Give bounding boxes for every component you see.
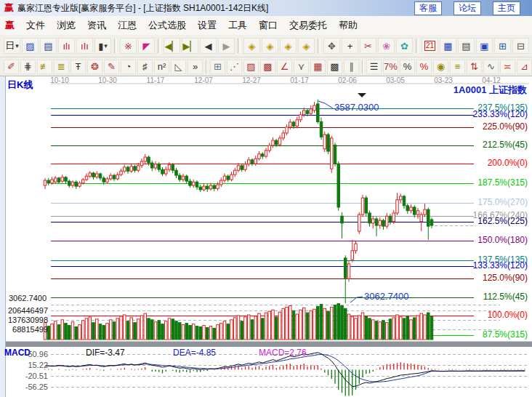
angle-j-icon[interactable]: ⊿ bbox=[517, 60, 532, 74]
draw-arrow-icon[interactable]: ✐ bbox=[4, 60, 19, 74]
comb-icon[interactable]: ♯ bbox=[137, 60, 153, 74]
zoom-right-icon-glyph: ◈ bbox=[267, 41, 274, 52]
pattern-icon[interactable]: ✿ bbox=[396, 38, 413, 54]
notebook-icon[interactable]: ▤ bbox=[458, 38, 475, 54]
menu-item-browse[interactable]: 浏览 bbox=[51, 17, 81, 34]
f-ruler-icon[interactable]: Ŧ bbox=[70, 60, 86, 74]
left-price-label: 3062.7400 bbox=[0, 294, 47, 302]
grid-red-icon[interactable]: ▦ bbox=[310, 60, 326, 74]
gold-circle-icon[interactable]: ◉ bbox=[433, 60, 448, 74]
angle-ruler-icon-glyph: ◺ bbox=[175, 61, 182, 72]
fan-angle-icon-glyph: ∠ bbox=[281, 61, 289, 72]
menu-item-tools[interactable]: 工具 bbox=[222, 17, 253, 34]
calendar-21-icon[interactable]: 21 bbox=[422, 38, 438, 54]
wave-ruler-icon[interactable]: ∿ bbox=[483, 60, 499, 74]
cut-tool-icon-glyph: ✂ bbox=[364, 41, 372, 52]
calendar-21-icon-glyph: 21 bbox=[424, 41, 435, 51]
go-last-icon[interactable]: ▶▏ bbox=[182, 38, 198, 54]
scale-list-icon[interactable]: ☰ bbox=[366, 60, 382, 74]
menu-items: 文件浏览资讯江恩公式选股设置工具窗口交易委托帮助 bbox=[20, 17, 363, 34]
date-tick: 04-12 bbox=[475, 76, 507, 84]
save-icon[interactable]: ▣ bbox=[476, 38, 493, 54]
home-button[interactable]: 主页 bbox=[493, 1, 520, 15]
color-flag-icon[interactable]: ◤ bbox=[138, 38, 155, 54]
more-icon[interactable]: » bbox=[188, 60, 203, 74]
fan-lines-icon[interactable]: ⋰ bbox=[227, 60, 242, 74]
spiral-icon[interactable]: ❂ bbox=[87, 60, 102, 74]
zoom-right-icon[interactable]: ◈ bbox=[262, 38, 278, 54]
menu-item-formula-stock-pick[interactable]: 公式选股 bbox=[142, 17, 192, 34]
gann-label: 162.5%(225) bbox=[448, 216, 528, 226]
parallel-lines-icon[interactable]: ∥ bbox=[344, 60, 359, 74]
date-tick: 03-05 bbox=[379, 76, 411, 84]
date-tick: 12-27 bbox=[235, 76, 267, 84]
f-ruler-icon-glyph: Ŧ bbox=[76, 61, 81, 72]
crosshair-icon[interactable]: + bbox=[342, 38, 358, 54]
dea-line bbox=[45, 354, 525, 382]
angle-ruler-icon[interactable]: ◺ bbox=[171, 60, 186, 74]
time-grid-icon[interactable]: ⋕ bbox=[20, 60, 36, 74]
volume-axis-label: 206446497 bbox=[0, 306, 48, 315]
menu-item-gann[interactable]: 江恩 bbox=[112, 17, 142, 34]
menu-item-settings[interactable]: 设置 bbox=[192, 17, 222, 34]
service-button[interactable]: 客服 bbox=[414, 1, 442, 15]
gann-label: 87.5%(315) bbox=[448, 329, 528, 340]
toolbar-separator bbox=[416, 39, 419, 53]
candle-type-icon[interactable]: ▮▾ bbox=[94, 38, 111, 54]
comb-icon-glyph: ♯ bbox=[142, 61, 148, 72]
grid-dark-icon[interactable]: ▩ bbox=[327, 60, 342, 74]
n-squared-icon[interactable]: n² bbox=[154, 60, 169, 74]
percent-icon[interactable]: % bbox=[400, 60, 415, 74]
menu-item-file[interactable]: 文件 bbox=[20, 17, 51, 34]
minute-9-icon[interactable]: ıIı bbox=[76, 38, 93, 54]
v-lines-icon[interactable]: ⋎ bbox=[294, 60, 309, 74]
gift-icon-glyph: ❀ bbox=[382, 41, 390, 52]
gann-box2-icon[interactable]: ▩ bbox=[260, 60, 275, 74]
menu-item-news[interactable]: 资讯 bbox=[81, 17, 112, 34]
percent-red-icon[interactable]: % bbox=[416, 60, 432, 74]
gold-bar-icon[interactable]: ≍ bbox=[500, 60, 515, 74]
gann-box-icon[interactable]: ▨ bbox=[243, 60, 259, 74]
menu-item-help[interactable]: 帮助 bbox=[333, 17, 363, 34]
calculator-icon[interactable]: ▦ bbox=[440, 38, 456, 54]
minute-3-icon[interactable]: ılı bbox=[58, 38, 75, 54]
grip-tool-icon[interactable]: ※ bbox=[120, 38, 137, 54]
wave-ruler-icon-glyph: ∿ bbox=[487, 61, 495, 72]
zoom-out-icon-glyph: ◈ bbox=[303, 41, 310, 52]
pen-icon[interactable]: ✎ bbox=[104, 60, 119, 74]
menu-item-window[interactable]: 窗口 bbox=[253, 17, 283, 34]
forum-button[interactable]: 论坛 bbox=[454, 1, 481, 15]
gold-lines-icon[interactable]: ≡ bbox=[450, 60, 465, 74]
go-first-icon[interactable]: ◀▏ bbox=[164, 38, 180, 54]
fan-angle-icon[interactable]: ∠ bbox=[277, 60, 292, 74]
f10-report-icon[interactable]: ▤ bbox=[40, 38, 57, 54]
workstation-icon[interactable]: ⊞ bbox=[494, 38, 511, 54]
dea-value-label: DEA=-4.85 bbox=[173, 348, 216, 358]
candle-style-icon[interactable]: 日▾ bbox=[4, 38, 20, 54]
gold-split-2-icon[interactable]: ≣ bbox=[54, 60, 69, 74]
pane-divider[interactable] bbox=[6, 341, 532, 347]
printer-icon[interactable]: ⊟ bbox=[512, 38, 529, 54]
measure-icon[interactable]: ⇅ bbox=[467, 60, 482, 74]
candle-type-icon-glyph: ▮ bbox=[98, 41, 103, 52]
step-prev-icon[interactable]: ◀ bbox=[200, 38, 217, 54]
percent-band-icon[interactable]: 7% bbox=[383, 60, 398, 74]
gann-label: 150.0%(180) bbox=[448, 235, 528, 245]
zoom-left-icon-glyph: ◈ bbox=[249, 41, 256, 52]
cycle-clock-icon[interactable]: ◔ bbox=[121, 60, 136, 74]
gold-split-1-icon[interactable]: ≢ bbox=[37, 60, 52, 74]
zoom-out-icon[interactable]: ◈ bbox=[298, 38, 315, 54]
gift-icon[interactable]: ❀ bbox=[378, 38, 395, 54]
hand-tool-icon[interactable]: ✥ bbox=[323, 38, 340, 54]
cut-tool-icon[interactable]: ✂ bbox=[360, 38, 376, 54]
step-next-icon[interactable]: ▶ bbox=[218, 38, 235, 54]
zoom-in-icon[interactable]: ◈ bbox=[280, 38, 297, 54]
gold-bar-icon-glyph: ≍ bbox=[504, 61, 512, 72]
window-grid-icon[interactable]: ⊞ bbox=[210, 60, 225, 74]
gann-box-icon-glyph: ▨ bbox=[246, 61, 255, 72]
menu-item-trade-entrust[interactable]: 交易委托 bbox=[283, 17, 333, 34]
macd-histogram-layer bbox=[45, 362, 525, 396]
dif-value-label: DIF=-3.47 bbox=[86, 348, 125, 358]
region-overview-icon[interactable]: ▨ bbox=[22, 38, 39, 54]
zoom-left-icon[interactable]: ◈ bbox=[243, 38, 260, 54]
